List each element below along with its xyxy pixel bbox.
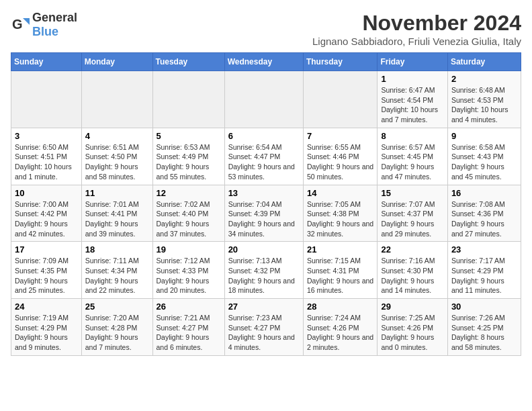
table-row: 15Sunrise: 7:07 AM Sunset: 4:37 PM Dayli… <box>378 185 447 242</box>
table-row: 8Sunrise: 6:57 AM Sunset: 4:45 PM Daylig… <box>378 128 447 185</box>
day-number: 16 <box>451 188 517 198</box>
day-info: Sunrise: 7:00 AM Sunset: 4:42 PM Dayligh… <box>15 199 78 239</box>
day-info: Sunrise: 6:54 AM Sunset: 4:47 PM Dayligh… <box>228 142 300 182</box>
header-sunday: Sunday <box>11 53 82 71</box>
day-number: 4 <box>85 131 149 141</box>
table-row: 16Sunrise: 7:08 AM Sunset: 4:36 PM Dayli… <box>447 185 521 242</box>
day-number: 25 <box>85 302 149 312</box>
table-row: 24Sunrise: 7:19 AM Sunset: 4:29 PM Dayli… <box>11 299 82 356</box>
day-number: 9 <box>451 131 517 141</box>
table-row <box>11 71 82 128</box>
day-info: Sunrise: 7:02 AM Sunset: 4:40 PM Dayligh… <box>157 199 221 239</box>
day-number: 27 <box>228 302 300 312</box>
day-info: Sunrise: 7:19 AM Sunset: 4:29 PM Dayligh… <box>15 313 78 353</box>
day-number: 13 <box>228 188 300 198</box>
table-row: 21Sunrise: 7:15 AM Sunset: 4:31 PM Dayli… <box>303 242 378 299</box>
day-number: 18 <box>85 244 149 255</box>
header-tuesday: Tuesday <box>152 53 224 71</box>
table-row: 28Sunrise: 7:24 AM Sunset: 4:26 PM Dayli… <box>303 299 378 356</box>
table-row: 29Sunrise: 7:25 AM Sunset: 4:26 PM Dayli… <box>378 299 447 356</box>
day-info: Sunrise: 7:07 AM Sunset: 4:37 PM Dayligh… <box>381 199 443 239</box>
week-row-0: 1Sunrise: 6:47 AM Sunset: 4:54 PM Daylig… <box>11 71 521 128</box>
table-row: 4Sunrise: 6:51 AM Sunset: 4:50 PM Daylig… <box>81 128 152 185</box>
day-number: 15 <box>381 188 443 198</box>
table-row: 23Sunrise: 7:17 AM Sunset: 4:29 PM Dayli… <box>447 242 521 299</box>
table-row: 13Sunrise: 7:04 AM Sunset: 4:39 PM Dayli… <box>224 185 303 242</box>
header-thursday: Thursday <box>303 53 378 71</box>
day-number: 10 <box>15 188 78 198</box>
svg-marker-1 <box>23 18 30 25</box>
header-row: SundayMondayTuesdayWednesdayThursdayFrid… <box>11 53 521 71</box>
table-row: 6Sunrise: 6:54 AM Sunset: 4:47 PM Daylig… <box>224 128 303 185</box>
page-header: G General Blue November 2024 Lignano Sab… <box>11 11 521 47</box>
day-number: 1 <box>381 74 443 84</box>
day-info: Sunrise: 7:25 AM Sunset: 4:26 PM Dayligh… <box>381 313 443 353</box>
day-number: 28 <box>307 302 374 312</box>
day-info: Sunrise: 7:26 AM Sunset: 4:25 PM Dayligh… <box>451 313 517 353</box>
logo-text-blue: Blue <box>32 25 58 38</box>
calendar-header: SundayMondayTuesdayWednesdayThursdayFrid… <box>11 53 521 71</box>
table-row: 19Sunrise: 7:12 AM Sunset: 4:33 PM Dayli… <box>152 242 224 299</box>
day-info: Sunrise: 7:15 AM Sunset: 4:31 PM Dayligh… <box>307 256 374 295</box>
day-number: 3 <box>15 131 78 141</box>
day-number: 8 <box>381 131 443 141</box>
day-info: Sunrise: 7:12 AM Sunset: 4:33 PM Dayligh… <box>157 256 221 295</box>
day-number: 2 <box>451 74 517 84</box>
day-number: 20 <box>228 244 300 255</box>
table-row: 10Sunrise: 7:00 AM Sunset: 4:42 PM Dayli… <box>11 185 82 242</box>
day-number: 21 <box>307 244 374 255</box>
table-row: 27Sunrise: 7:23 AM Sunset: 4:27 PM Dayli… <box>224 299 303 356</box>
day-number: 24 <box>15 302 78 312</box>
table-row: 26Sunrise: 7:21 AM Sunset: 4:27 PM Dayli… <box>152 299 224 356</box>
day-number: 30 <box>451 302 517 312</box>
table-row: 7Sunrise: 6:55 AM Sunset: 4:46 PM Daylig… <box>303 128 378 185</box>
title-block: November 2024 Lignano Sabbiadoro, Friuli… <box>312 11 521 47</box>
day-info: Sunrise: 6:51 AM Sunset: 4:50 PM Dayligh… <box>85 142 149 182</box>
day-info: Sunrise: 7:08 AM Sunset: 4:36 PM Dayligh… <box>451 199 517 239</box>
day-info: Sunrise: 7:23 AM Sunset: 4:27 PM Dayligh… <box>228 313 300 353</box>
header-monday: Monday <box>81 53 152 71</box>
day-info: Sunrise: 6:57 AM Sunset: 4:45 PM Dayligh… <box>381 142 443 182</box>
page-subtitle: Lignano Sabbiadoro, Friuli Venezia Giuli… <box>312 36 521 47</box>
day-info: Sunrise: 7:21 AM Sunset: 4:27 PM Dayligh… <box>157 313 221 353</box>
week-row-4: 24Sunrise: 7:19 AM Sunset: 4:29 PM Dayli… <box>11 299 521 356</box>
svg-text:G: G <box>12 17 23 32</box>
table-row: 30Sunrise: 7:26 AM Sunset: 4:25 PM Dayli… <box>447 299 521 356</box>
day-info: Sunrise: 7:09 AM Sunset: 4:35 PM Dayligh… <box>15 256 78 295</box>
logo: G General Blue <box>11 11 77 39</box>
day-info: Sunrise: 7:16 AM Sunset: 4:30 PM Dayligh… <box>381 256 443 295</box>
table-row: 2Sunrise: 6:48 AM Sunset: 4:53 PM Daylig… <box>447 71 521 128</box>
logo-text-general: General <box>32 11 77 24</box>
table-row <box>152 71 224 128</box>
header-saturday: Saturday <box>447 53 521 71</box>
day-number: 12 <box>157 188 221 198</box>
day-number: 6 <box>228 131 300 141</box>
table-row: 18Sunrise: 7:11 AM Sunset: 4:34 PM Dayli… <box>81 242 152 299</box>
day-number: 5 <box>157 131 221 141</box>
table-row: 11Sunrise: 7:01 AM Sunset: 4:41 PM Dayli… <box>81 185 152 242</box>
table-row <box>224 71 303 128</box>
table-row: 12Sunrise: 7:02 AM Sunset: 4:40 PM Dayli… <box>152 185 224 242</box>
table-row: 17Sunrise: 7:09 AM Sunset: 4:35 PM Dayli… <box>11 242 82 299</box>
table-row: 22Sunrise: 7:16 AM Sunset: 4:30 PM Dayli… <box>378 242 447 299</box>
table-row: 9Sunrise: 6:58 AM Sunset: 4:43 PM Daylig… <box>447 128 521 185</box>
day-info: Sunrise: 7:13 AM Sunset: 4:32 PM Dayligh… <box>228 256 300 295</box>
table-row: 25Sunrise: 7:20 AM Sunset: 4:28 PM Dayli… <box>81 299 152 356</box>
table-row <box>303 71 378 128</box>
day-info: Sunrise: 6:50 AM Sunset: 4:51 PM Dayligh… <box>15 142 78 182</box>
week-row-1: 3Sunrise: 6:50 AM Sunset: 4:51 PM Daylig… <box>11 128 521 185</box>
table-row: 20Sunrise: 7:13 AM Sunset: 4:32 PM Dayli… <box>224 242 303 299</box>
week-row-3: 17Sunrise: 7:09 AM Sunset: 4:35 PM Dayli… <box>11 242 521 299</box>
day-info: Sunrise: 7:01 AM Sunset: 4:41 PM Dayligh… <box>85 199 149 239</box>
day-info: Sunrise: 6:48 AM Sunset: 4:53 PM Dayligh… <box>451 85 517 125</box>
day-number: 26 <box>157 302 221 312</box>
table-row: 14Sunrise: 7:05 AM Sunset: 4:38 PM Dayli… <box>303 185 378 242</box>
day-info: Sunrise: 6:53 AM Sunset: 4:49 PM Dayligh… <box>157 142 221 182</box>
calendar-table: SundayMondayTuesdayWednesdayThursdayFrid… <box>11 52 521 356</box>
table-row: 1Sunrise: 6:47 AM Sunset: 4:54 PM Daylig… <box>378 71 447 128</box>
day-info: Sunrise: 7:05 AM Sunset: 4:38 PM Dayligh… <box>307 199 374 239</box>
table-row: 5Sunrise: 6:53 AM Sunset: 4:49 PM Daylig… <box>152 128 224 185</box>
header-friday: Friday <box>378 53 447 71</box>
day-info: Sunrise: 6:47 AM Sunset: 4:54 PM Dayligh… <box>381 85 443 125</box>
header-wednesday: Wednesday <box>224 53 303 71</box>
